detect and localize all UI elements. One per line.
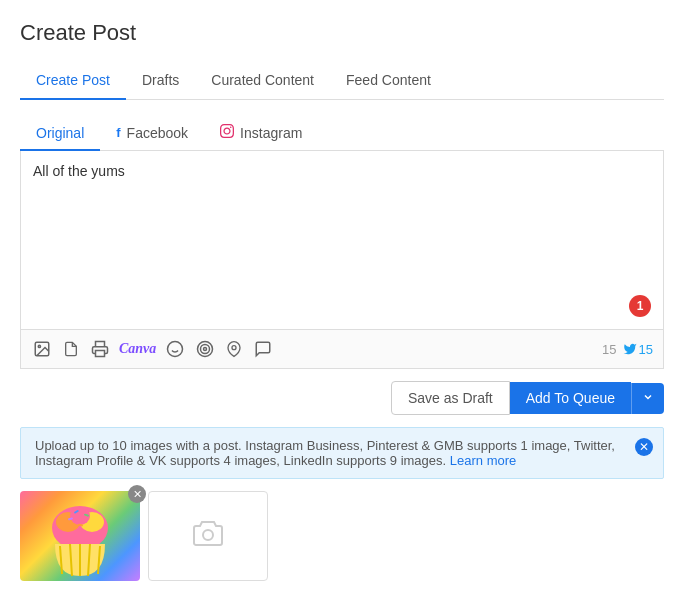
add-to-queue-button[interactable]: Add To Queue [510, 382, 631, 414]
remove-cupcake-button[interactable]: ✕ [128, 485, 146, 503]
tab-original[interactable]: Original [20, 116, 100, 151]
sub-tabs: Original f Facebook Instagram [20, 116, 664, 151]
page-title: Create Post [20, 20, 664, 46]
tab-create-post[interactable]: Create Post [20, 62, 126, 100]
toolbar: Canva 15 15 [20, 330, 664, 369]
toolbar-icons: Canva [31, 338, 602, 360]
twitter-char-count: 15 [639, 342, 653, 357]
print-icon[interactable] [89, 338, 111, 360]
info-banner-text: Upload up to 10 images with a post. Inst… [35, 438, 649, 468]
facebook-icon: f [116, 125, 120, 140]
save-draft-button[interactable]: Save as Draft [391, 381, 510, 415]
queue-dropdown-button[interactable] [631, 383, 664, 414]
location-icon[interactable] [224, 338, 244, 360]
image-grid: ✕ [20, 491, 664, 581]
tab-facebook[interactable]: f Facebook [100, 116, 204, 151]
tab-feed-content[interactable]: Feed Content [330, 62, 447, 100]
post-textarea[interactable]: All of the yums [21, 151, 663, 326]
svg-point-3 [168, 342, 183, 357]
tab-instagram[interactable]: Instagram [204, 116, 318, 151]
comment-icon[interactable] [252, 338, 274, 360]
notification-badge: 1 [629, 295, 651, 317]
image-placeholder[interactable] [148, 491, 268, 581]
cupcake-svg [40, 506, 120, 581]
close-info-button[interactable]: ✕ [635, 438, 653, 456]
svg-rect-2 [96, 351, 105, 357]
file-icon[interactable] [61, 338, 81, 360]
post-text-area-wrapper: All of the yums 1 [20, 151, 664, 330]
char-count-number: 15 [602, 342, 616, 357]
info-banner: Upload up to 10 images with a post. Inst… [20, 427, 664, 479]
tab-curated-content[interactable]: Curated Content [195, 62, 330, 100]
main-tabs: Create Post Drafts Curated Content Feed … [20, 62, 664, 100]
svg-point-9 [232, 346, 236, 350]
emoji-icon[interactable] [164, 338, 186, 360]
action-bar: Save as Draft Add To Queue [20, 381, 664, 415]
twitter-icon [623, 342, 637, 356]
svg-point-1 [38, 345, 40, 347]
char-counter: 15 [602, 342, 616, 357]
canva-logo[interactable]: Canva [119, 341, 156, 357]
target-icon[interactable] [194, 338, 216, 360]
camera-icon [192, 519, 224, 554]
svg-point-8 [204, 348, 207, 351]
svg-point-7 [201, 345, 210, 354]
tab-drafts[interactable]: Drafts [126, 62, 195, 100]
twitter-char-counter: 15 [623, 342, 653, 357]
image-icon[interactable] [31, 338, 53, 360]
svg-point-23 [203, 530, 213, 540]
image-item-cupcake: ✕ [20, 491, 140, 581]
instagram-icon [220, 124, 234, 141]
learn-more-link[interactable]: Learn more [450, 453, 516, 468]
